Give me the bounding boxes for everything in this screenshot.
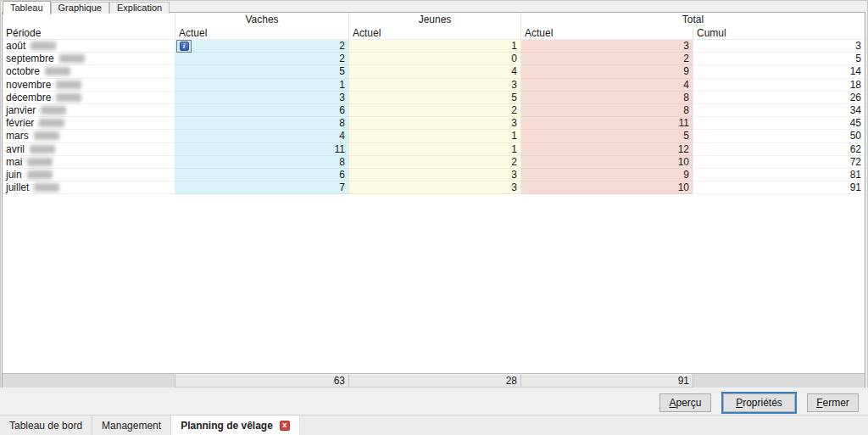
table-row: octobre i5 4 9 14 [3, 65, 865, 78]
redacted-year [34, 131, 59, 140]
period-cell[interactable]: juillet [3, 181, 175, 194]
jeunes-value: 3 [511, 169, 517, 181]
summary-vaches-total: 63 [175, 374, 348, 388]
total-cumul-cell[interactable]: 91 [693, 181, 865, 194]
period-cell[interactable]: novembre [3, 79, 175, 92]
proprietes-mnemonic: P [736, 397, 743, 409]
jeunes-actuel-cell[interactable]: 1 [348, 40, 520, 53]
vaches-actuel-cell[interactable]: i8 [175, 156, 348, 169]
total-cumul-cell[interactable]: 26 [693, 92, 865, 104]
jeunes-actuel-cell[interactable]: 4 [348, 65, 520, 78]
table-row: mai i8 2 10 72 [3, 156, 865, 169]
redacted-year [27, 170, 53, 179]
vaches-actuel-cell[interactable]: i6 [175, 104, 348, 117]
jeunes-actuel-cell[interactable]: 0 [348, 53, 520, 65]
proprietes-button[interactable]: Propriétés [723, 393, 795, 412]
vaches-actuel-cell[interactable]: i3 [175, 92, 348, 104]
cumul-value: 91 [850, 181, 861, 193]
period-cell[interactable]: mars [3, 130, 175, 142]
doc-tab-tableau-de-bord[interactable]: Tableau de bord [0, 415, 92, 435]
jeunes-actuel-cell[interactable]: 1 [348, 130, 520, 142]
redacted-year [34, 183, 59, 192]
total-actuel-cell[interactable]: 10 [520, 156, 693, 169]
period-cell[interactable]: octobre [3, 65, 175, 78]
total-value: 2 [683, 53, 689, 64]
period-cell[interactable]: avril [3, 143, 175, 156]
total-actuel-cell[interactable]: 3 [520, 40, 693, 53]
vaches-actuel-cell[interactable]: i11 [175, 143, 348, 156]
vaches-value: 1 [339, 79, 345, 91]
period-label: octobre [6, 65, 40, 77]
col-header-periode: Période [3, 27, 175, 39]
jeunes-actuel-cell[interactable]: 3 [348, 169, 520, 181]
total-actuel-cell[interactable]: 2 [520, 53, 693, 65]
total-cumul-cell[interactable]: 62 [693, 143, 865, 156]
total-actuel-cell[interactable]: 5 [520, 130, 693, 142]
vaches-actuel-cell[interactable]: i4 [175, 130, 348, 142]
total-actuel-cell[interactable]: 12 [520, 143, 693, 156]
period-cell[interactable]: août [3, 40, 175, 53]
jeunes-actuel-cell[interactable]: 3 [348, 79, 520, 92]
apercu-button[interactable]: Aperçu [659, 393, 711, 412]
total-actuel-cell[interactable]: 9 [520, 169, 693, 181]
total-actuel-cell[interactable]: 10 [520, 181, 693, 194]
period-cell[interactable]: juin [3, 169, 175, 181]
total-cumul-cell[interactable]: 81 [693, 169, 865, 181]
jeunes-actuel-cell[interactable]: 3 [348, 181, 520, 194]
close-tab-icon[interactable]: x [280, 421, 290, 431]
total-value: 12 [678, 143, 689, 155]
vaches-actuel-cell[interactable]: i5 [175, 65, 348, 78]
planning-table-panel: Vaches Jeunes Total Période Actuel Actue… [2, 12, 865, 388]
total-actuel-cell[interactable]: 8 [520, 92, 693, 104]
total-actuel-cell[interactable]: 4 [520, 79, 693, 92]
period-cell[interactable]: mai [3, 156, 175, 169]
fermer-mnemonic: F [816, 397, 822, 409]
total-cumul-cell[interactable]: 72 [693, 156, 865, 169]
tab-graphique[interactable]: Graphique [51, 2, 109, 14]
vaches-actuel-cell[interactable]: i1 [175, 79, 348, 92]
total-cumul-cell[interactable]: 5 [693, 53, 865, 65]
total-cumul-cell[interactable]: 3 [693, 40, 865, 53]
period-cell[interactable]: septembre [3, 53, 175, 65]
vaches-actuel-cell[interactable]: i2 [175, 40, 348, 53]
jeunes-value: 4 [511, 65, 517, 77]
jeunes-actuel-cell[interactable]: 1 [348, 143, 520, 156]
table-row: mars i4 1 5 50 [3, 130, 865, 142]
vaches-actuel-cell[interactable]: i7 [175, 181, 348, 194]
table-row: février i8 3 11 45 [3, 117, 865, 130]
jeunes-actuel-cell[interactable]: 5 [348, 92, 520, 104]
doc-tab-planning-de-velage[interactable]: Planning de vêlage x [171, 415, 300, 435]
total-cumul-cell[interactable]: 45 [693, 117, 865, 130]
table-summary-row: 63 28 91 [3, 373, 865, 387]
total-actuel-cell[interactable]: 8 [520, 104, 693, 117]
period-label: juillet [6, 181, 29, 193]
cumul-value: 81 [850, 169, 861, 181]
jeunes-value: 2 [511, 156, 517, 168]
vaches-actuel-cell[interactable]: i6 [175, 169, 348, 181]
jeunes-actuel-cell[interactable]: 3 [348, 117, 520, 130]
period-cell[interactable]: février [3, 117, 175, 130]
cumul-value: 5 [855, 53, 861, 64]
total-cumul-cell[interactable]: 50 [693, 130, 865, 142]
total-cumul-cell[interactable]: 34 [693, 104, 865, 117]
fermer-button[interactable]: Fermer [807, 393, 859, 412]
total-actuel-cell[interactable]: 11 [520, 117, 693, 130]
tab-explication[interactable]: Explication [109, 2, 170, 14]
jeunes-actuel-cell[interactable]: 2 [348, 156, 520, 169]
total-cumul-cell[interactable]: 14 [693, 65, 865, 78]
summary-jeunes-total: 28 [348, 374, 520, 388]
period-cell[interactable]: janvier [3, 104, 175, 117]
cell-focus-frame[interactable]: i [176, 40, 192, 53]
vaches-actuel-cell[interactable]: i2 [175, 53, 348, 65]
period-label: septembre [6, 53, 54, 64]
jeunes-value: 5 [511, 92, 517, 103]
vaches-actuel-cell[interactable]: i8 [175, 117, 348, 130]
period-cell[interactable]: décembre [3, 92, 175, 104]
vaches-value: 2 [339, 40, 345, 52]
total-cumul-cell[interactable]: 18 [693, 79, 865, 92]
doc-tab-management[interactable]: Management [92, 415, 171, 435]
jeunes-actuel-cell[interactable]: 2 [348, 104, 520, 117]
vaches-value: 4 [339, 130, 345, 142]
tab-tableau[interactable]: Tableau [3, 1, 51, 14]
total-actuel-cell[interactable]: 9 [520, 65, 693, 78]
